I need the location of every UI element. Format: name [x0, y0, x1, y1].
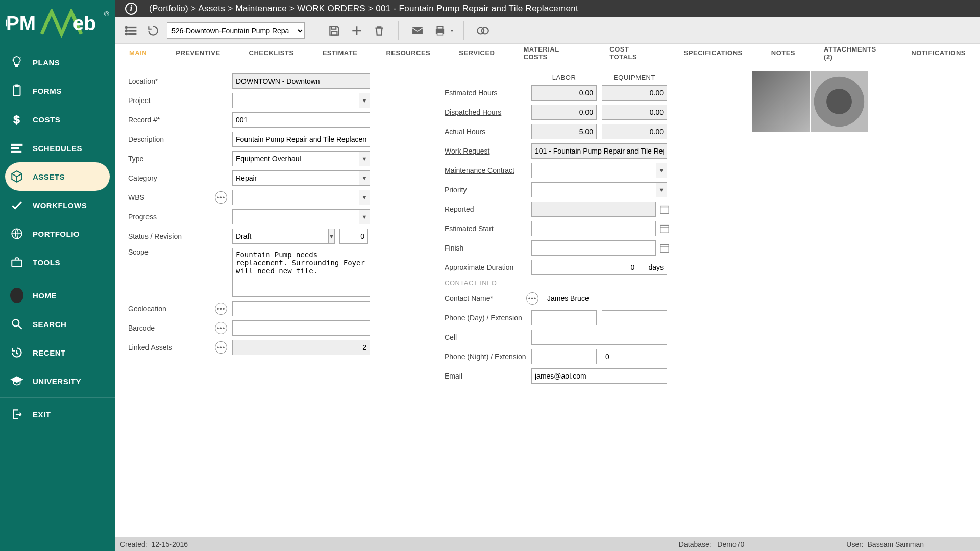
link-toggle-button[interactable]	[474, 22, 492, 39]
sidebar-item-forms[interactable]: FORMS	[0, 77, 115, 105]
tab-preventive[interactable]: PREVENTIVE	[176, 49, 220, 57]
wbs-browse-button[interactable]: •••	[215, 191, 227, 204]
sidebar-item-label: HOME	[33, 291, 57, 300]
status-field[interactable]	[232, 229, 328, 244]
delete-button[interactable]	[371, 22, 388, 39]
history-button[interactable]	[144, 22, 162, 39]
barcode-browse-button[interactable]: •••	[215, 322, 227, 334]
tab-checklists[interactable]: CHECKLISTS	[249, 49, 294, 57]
calendar-icon[interactable]	[659, 242, 670, 254]
brand-logo[interactable]: PMeb®	[0, 0, 115, 48]
geolocation-field[interactable]	[232, 301, 370, 316]
add-button[interactable]	[348, 22, 365, 39]
category-field[interactable]	[232, 170, 359, 186]
sidebar-item-university[interactable]: UNIVERSITY	[0, 367, 115, 395]
maintenance-contract-label[interactable]: Maintenance Contract	[445, 166, 526, 174]
location-field[interactable]	[232, 73, 370, 89]
dispatched-hours-label[interactable]: Dispatched Hours	[445, 108, 526, 116]
record-selector[interactable]: 526-Downtown-Fountain Pump Repa	[167, 22, 305, 39]
print-button[interactable]	[431, 22, 449, 39]
tab-notes[interactable]: NOTES	[771, 49, 795, 57]
description-field[interactable]	[232, 132, 370, 147]
sidebar-item-portfolio[interactable]: PORTFOLIO	[0, 219, 115, 248]
sidebar-item-plans[interactable]: PLANS	[0, 48, 115, 77]
tab-attachments[interactable]: ATTACHMENTS (2)	[824, 45, 883, 61]
phone-night-field[interactable]	[531, 349, 597, 364]
scope-field[interactable]: Fountain Pump needs replacement. Surroun…	[232, 248, 370, 297]
project-field[interactable]	[232, 93, 359, 108]
revision-field[interactable]	[339, 229, 368, 244]
tab-main[interactable]: MAIN	[129, 49, 147, 57]
work-request-label[interactable]: Work Request	[445, 147, 526, 155]
sidebar-item-exit[interactable]: EXIT	[0, 400, 115, 429]
chevron-down-icon[interactable]: ▼	[359, 170, 370, 186]
email-button[interactable]	[409, 22, 426, 39]
contact-browse-button[interactable]: •••	[526, 292, 538, 305]
barcode-field[interactable]	[232, 320, 370, 336]
chevron-down-icon[interactable]: ▼	[656, 163, 667, 178]
tab-estimate[interactable]: ESTIMATE	[323, 49, 358, 57]
tab-specifications[interactable]: SPECIFICATIONS	[684, 49, 743, 57]
recordno-field[interactable]	[232, 112, 370, 128]
chevron-down-icon[interactable]: ▼	[359, 151, 370, 166]
phone-night-ext-field[interactable]	[602, 349, 667, 364]
tab-material-costs[interactable]: MATERIAL COSTS	[524, 45, 581, 61]
dispatched-equip-field[interactable]	[602, 105, 667, 120]
sidebar-item-home[interactable]: HOME	[0, 281, 115, 310]
wbs-field[interactable]	[232, 190, 359, 205]
svg-rect-18	[129, 33, 136, 34]
created-label: Created:	[120, 540, 148, 548]
tab-cost-totals[interactable]: COST TOTALS	[609, 45, 655, 61]
sidebar-item-schedules[interactable]: SCHEDULES	[0, 134, 115, 162]
tab-serviced[interactable]: SERVICED	[459, 49, 495, 57]
geolocation-browse-button[interactable]: •••	[215, 303, 227, 315]
print-caret-icon[interactable]: ▾	[451, 28, 453, 33]
sidebar-item-costs[interactable]: $COSTS	[0, 105, 115, 134]
thumbnail-1[interactable]	[752, 71, 810, 132]
progress-field[interactable]	[232, 209, 359, 224]
chevron-down-icon[interactable]: ▼	[359, 93, 370, 108]
actual-labor-field[interactable]	[531, 124, 597, 139]
calendar-icon[interactable]	[659, 204, 670, 215]
cell-field[interactable]	[531, 330, 667, 345]
type-field[interactable]	[232, 151, 359, 166]
sidebar-item-assets[interactable]: ASSETS	[5, 162, 110, 191]
estimated-labor-field[interactable]	[531, 85, 597, 101]
chevron-down-icon[interactable]: ▼	[328, 229, 335, 244]
sidebar-item-tools[interactable]: TOOLS	[0, 248, 115, 277]
estimated-equip-field[interactable]	[602, 85, 667, 101]
approx-duration-field[interactable]	[531, 260, 667, 275]
priority-field[interactable]	[531, 182, 656, 197]
chevron-down-icon[interactable]: ▼	[359, 209, 370, 224]
finish-field[interactable]	[531, 240, 656, 256]
database-value: Demo70	[717, 540, 744, 548]
list-view-button[interactable]	[122, 22, 139, 39]
save-button[interactable]	[326, 22, 343, 39]
sidebar-item-workflows[interactable]: WORKFLOWS	[0, 191, 115, 219]
linked-assets-browse-button[interactable]: •••	[215, 341, 227, 354]
chevron-down-icon[interactable]: ▼	[359, 190, 370, 205]
maintenance-contract-field[interactable]	[531, 163, 656, 178]
info-icon[interactable]: i	[125, 3, 137, 15]
email-field[interactable]	[531, 368, 667, 384]
geolocation-label: Geolocation	[128, 305, 210, 313]
reported-field[interactable]	[531, 202, 656, 217]
breadcrumb-root[interactable]: (Portfolio)	[149, 4, 188, 13]
image-thumbnails	[752, 71, 868, 132]
sidebar-item-search[interactable]: SEARCH	[0, 310, 115, 338]
chevron-down-icon[interactable]: ▼	[656, 182, 667, 197]
dispatched-labor-field[interactable]	[531, 105, 597, 120]
clipboard-icon	[10, 84, 23, 97]
calendar-icon[interactable]	[659, 223, 670, 234]
actual-equip-field[interactable]	[602, 124, 667, 139]
tab-notifications[interactable]: NOTIFICATIONS	[911, 49, 966, 57]
thumbnail-2[interactable]	[811, 71, 868, 132]
phone-day-ext-field[interactable]	[602, 310, 667, 325]
sidebar-item-recent[interactable]: RECENT	[0, 338, 115, 367]
contact-name-field[interactable]	[544, 291, 679, 306]
phone-day-field[interactable]	[531, 310, 597, 325]
tab-resources[interactable]: RESOURCES	[386, 49, 430, 57]
work-request-field[interactable]	[531, 143, 667, 159]
linked-assets-field[interactable]	[232, 340, 370, 355]
estimated-start-field[interactable]	[531, 221, 656, 236]
